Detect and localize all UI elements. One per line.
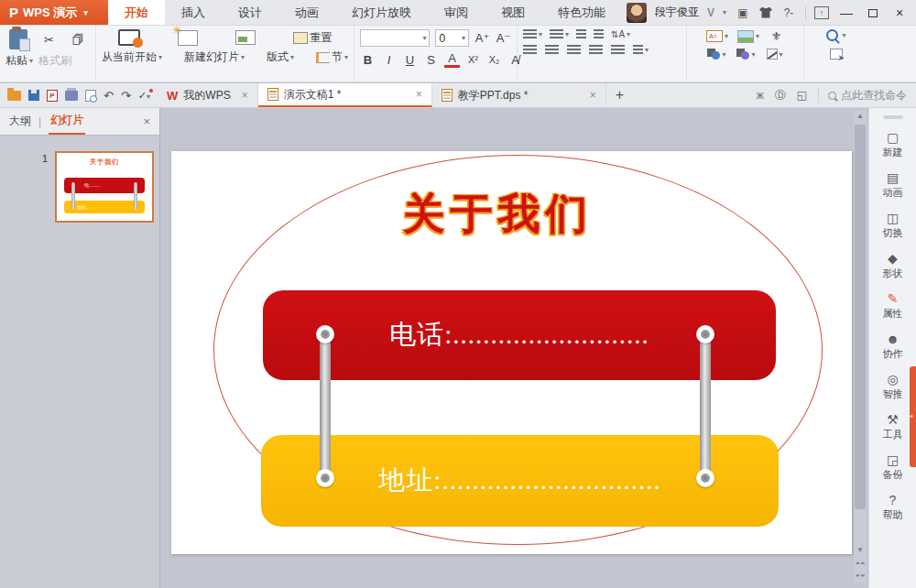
text-direction-button[interactable]: ⇅A▾ (611, 29, 630, 39)
copy-icon[interactable]: 🗍 (71, 33, 86, 47)
layout-button[interactable]: 版式▾ (267, 49, 294, 65)
numbering-button[interactable]: ▾ (550, 29, 569, 39)
underline-button[interactable]: U (402, 53, 418, 67)
close-panel-icon[interactable]: × (143, 114, 150, 128)
font-size-combo[interactable]: 0▾ (435, 29, 469, 47)
vip-badge[interactable]: V (707, 6, 714, 19)
play-from-current-button[interactable]: 从当前开始▾ (102, 49, 162, 65)
doc-tab-my-wps[interactable]: W 我的WPS × (158, 83, 258, 107)
distribute-icon[interactable] (611, 45, 625, 55)
textbox-button[interactable]: A=▾ (706, 30, 728, 42)
find-command-box[interactable]: 点此查找命令 (818, 88, 907, 103)
align-right-icon[interactable] (567, 45, 581, 55)
scroll-up-icon[interactable]: ▲ (854, 110, 867, 123)
scrollbar-thumb[interactable] (855, 125, 866, 509)
previous-slide-button[interactable]: ⏶⏶ (854, 557, 867, 570)
decrease-indent-icon[interactable] (576, 29, 586, 39)
grow-font-button[interactable]: A⁺ (474, 31, 490, 45)
close-icon[interactable]: × (416, 88, 422, 101)
tab-view[interactable]: 视图 (485, 0, 541, 25)
redo-icon[interactable]: ↷ (121, 89, 131, 103)
collapse-ribbon-icon[interactable]: ↑ (814, 6, 829, 19)
slide-1[interactable]: 关于我们 电话:.......................... 地址:..… (171, 151, 852, 554)
tab-special-features[interactable]: 特色功能 (541, 0, 622, 25)
line-spacing-button[interactable]: ▾ (633, 45, 649, 55)
bullets-button[interactable]: ▾ (523, 29, 542, 39)
strikethrough-button[interactable]: S (423, 53, 439, 67)
section-button[interactable]: 节▾ (316, 49, 348, 65)
tab-slides[interactable]: 幻灯片 (49, 108, 85, 135)
new-document-tab-button[interactable]: + (606, 83, 633, 107)
scroll-down-icon[interactable]: ▼ (854, 544, 867, 557)
sidebar-item-collaborate[interactable]: ☻ 协作 (869, 326, 916, 366)
tab-design[interactable]: 设计 (222, 0, 278, 25)
subscript-button[interactable]: X₂ (486, 54, 502, 65)
align-left-icon[interactable] (523, 45, 537, 55)
next-slide-button[interactable]: ⏷⏷ (854, 570, 867, 583)
tab-animation[interactable]: 动画 (278, 0, 335, 25)
sidebar-item-animation[interactable]: ▤ 动画 (869, 165, 916, 205)
sidebar-item-new[interactable]: ▢ 新建 (869, 125, 916, 165)
superscript-button[interactable]: X² (465, 54, 481, 65)
reset-button[interactable]: 重置 (293, 30, 332, 46)
flowchart-icon[interactable]: ⚜ (769, 29, 784, 43)
undo-icon[interactable]: ↶ (104, 89, 114, 103)
italic-button[interactable]: I (381, 53, 397, 67)
customize-qat-icon[interactable]: ✓▾ (138, 90, 150, 102)
font-color-button[interactable]: A (444, 51, 460, 68)
chevron-down-icon[interactable]: ▾ (723, 8, 726, 16)
wps-logo[interactable]: P WPS 演示 ▾ (0, 0, 108, 25)
arrange-button[interactable]: ▾ (736, 49, 755, 60)
selection-pane-icon[interactable]: ➤ (830, 49, 843, 60)
skin-icon[interactable] (759, 7, 772, 18)
print-icon[interactable] (65, 91, 78, 101)
shrink-font-button[interactable]: A⁻ (496, 31, 511, 45)
font-name-combo[interactable]: ▾ (360, 29, 430, 47)
sidebar-item-help[interactable]: ? 帮助 (869, 487, 916, 528)
help-icon[interactable]: ?- (780, 6, 797, 19)
close-icon[interactable]: × (590, 89, 596, 102)
increase-indent-icon[interactable] (594, 29, 604, 39)
shapes-button[interactable]: ▾ (707, 49, 725, 60)
user-name[interactable]: 段宇俊亚 (655, 5, 699, 20)
print-preview-icon[interactable] (85, 90, 96, 102)
picture-button[interactable]: ▾ (737, 30, 759, 43)
send-to-device-icon[interactable]: ◱ (797, 89, 807, 102)
tab-insert[interactable]: 插入 (165, 0, 222, 25)
new-slide-button[interactable]: 新建幻灯片▾ (184, 49, 245, 65)
sidebar-item-shapes[interactable]: ◆ 形状 (869, 245, 916, 286)
doc-tab-teaching-ppt[interactable]: 教学PPT.dps * × (432, 83, 606, 107)
assistant-icon[interactable]: ж (757, 89, 764, 102)
tab-slideshow[interactable]: 幻灯片放映 (335, 0, 428, 25)
close-button[interactable]: × (890, 5, 909, 20)
export-pdf-icon[interactable]: P (47, 90, 58, 102)
minimize-button[interactable]: — (837, 5, 856, 20)
slide-thumbnail[interactable]: 关于我们 电:........ 地址... (55, 151, 154, 223)
sidebar-collapse-handle[interactable] (883, 115, 903, 119)
find-replace-icon[interactable] (826, 29, 838, 41)
bold-button[interactable]: B (360, 53, 376, 67)
align-center-icon[interactable] (545, 45, 559, 55)
cut-icon[interactable]: ✂ (41, 33, 57, 47)
tab-home[interactable]: 开始 (108, 0, 165, 25)
sidebar-pull-tab[interactable] (910, 366, 916, 467)
open-icon[interactable] (7, 91, 21, 101)
format-painter-button[interactable]: 格式刷 (38, 53, 71, 69)
user-avatar[interactable] (627, 3, 647, 23)
sidebar-item-properties[interactable]: ✎ 属性 (869, 286, 916, 326)
sidebar-item-transition[interactable]: ◫ 切换 (869, 205, 916, 245)
line-button[interactable]: ▾ (767, 49, 783, 60)
tab-outline[interactable]: 大纲 (9, 114, 31, 129)
restore-button[interactable] (864, 5, 882, 20)
close-icon[interactable]: × (242, 89, 248, 102)
paste-button[interactable]: 粘贴▾ (5, 53, 33, 69)
vertical-scrollbar[interactable]: ▲ ▼ ⏶⏶ ⏷⏷ (854, 110, 867, 583)
doc-tab-presentation1[interactable]: 演示文稿1 * × (258, 83, 432, 107)
tab-review[interactable]: 审阅 (428, 0, 485, 25)
slide-title[interactable]: 关于我们 (171, 186, 824, 243)
message-icon[interactable]: ▣ (735, 6, 751, 19)
justify-icon[interactable] (589, 45, 603, 55)
docer-icon[interactable]: Ⓓ (775, 88, 786, 103)
editing-canvas[interactable]: 关于我们 电话:.......................... 地址:..… (161, 108, 868, 588)
save-icon[interactable] (28, 90, 39, 101)
